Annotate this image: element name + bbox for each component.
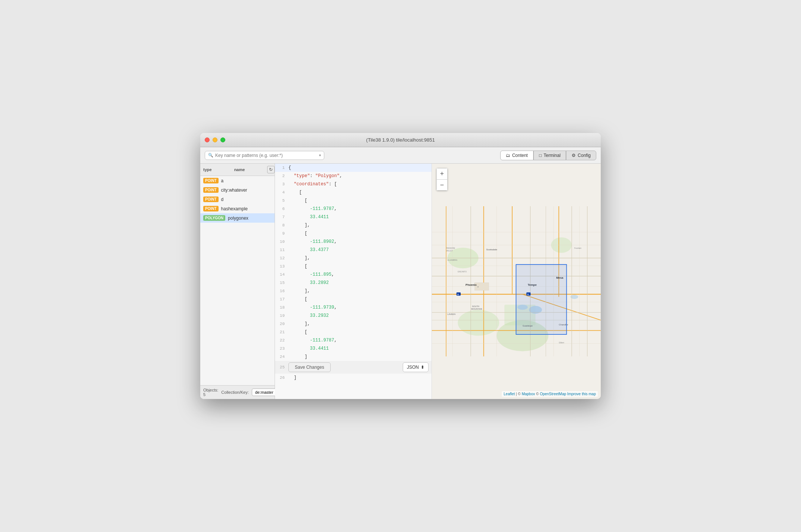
- code-editor: 1 { 2 "type": "Polygon", 3: [275, 164, 432, 399]
- line-content: [: [288, 328, 432, 336]
- tab-terminal[interactable]: □ Terminal: [534, 151, 566, 160]
- terminal-tab-icon: □: [539, 153, 542, 158]
- tab-content[interactable]: 🗂 Content: [500, 151, 534, 160]
- code-line: 20 ],: [275, 320, 432, 328]
- type-badge: POINT: [203, 187, 219, 193]
- map-svg: ✈ Phoenix Tempe Mesa Scottsdale Chandler…: [432, 164, 601, 399]
- editor-footer-line: 25 Save Changes JSON ⬍: [275, 361, 432, 374]
- search-input[interactable]: [215, 153, 317, 158]
- code-line: 9 [: [275, 229, 432, 238]
- line-content: 33.4377: [288, 246, 432, 254]
- type-badge: POINT: [203, 178, 219, 183]
- code-line: 12 ],: [275, 254, 432, 262]
- line-content: ]: [288, 353, 432, 361]
- line-number: 15: [275, 279, 288, 287]
- line-number: 10: [275, 238, 288, 246]
- list-item[interactable]: POINT d: [200, 195, 275, 204]
- line-content: 33.2932: [288, 312, 432, 320]
- col-type-label: type: [203, 167, 212, 172]
- sidebar-footer: Objects: 5 Collection/Key: de:master: [200, 385, 275, 399]
- zoom-controls: + −: [436, 168, 448, 191]
- code-line: 10 -111.8902,: [275, 238, 432, 246]
- line-number: 20: [275, 320, 288, 328]
- code-line: 16 ],: [275, 287, 432, 295]
- line-number: 9: [275, 229, 288, 238]
- svg-rect-35: [474, 282, 489, 290]
- line-number: 14: [275, 270, 288, 279]
- code-line: 1 {: [275, 164, 432, 172]
- zoom-in-button[interactable]: +: [436, 168, 448, 179]
- item-name: hashexample: [221, 206, 248, 211]
- code-line: 18 -111.9739,: [275, 303, 432, 312]
- line-number: 11: [275, 246, 288, 254]
- code-line: 15 33.2892: [275, 279, 432, 287]
- code-line: 19 33.2932: [275, 312, 432, 320]
- mapbox-link[interactable]: Mapbox: [522, 392, 535, 396]
- code-line: 2 "type": "Polygon",: [275, 172, 432, 180]
- code-line: 13 [: [275, 262, 432, 270]
- leaflet-link[interactable]: Leaflet: [504, 392, 515, 396]
- improve-map-link[interactable]: Improve this map: [567, 392, 596, 396]
- line-number: 8: [275, 221, 288, 229]
- line-content: ],: [288, 287, 432, 295]
- list-item[interactable]: POLYGON polygonex: [200, 213, 275, 223]
- search-box[interactable]: 🔍 ▾: [205, 151, 324, 160]
- list-item[interactable]: POINT a: [200, 176, 275, 185]
- editor-map-split: 1 { 2 "type": "Polygon", 3: [275, 164, 601, 399]
- line-number: 16: [275, 287, 288, 295]
- line-content: {: [288, 164, 432, 172]
- app-window: (Tile38 1.9.0) tile/localhost:9851 🔍 ▾ 🗂…: [200, 133, 601, 399]
- code-line: 11 33.4377: [275, 246, 432, 254]
- col-name-label: name: [234, 167, 245, 172]
- tab-config[interactable]: ⚙ Config: [566, 151, 596, 160]
- minimize-button[interactable]: [213, 137, 217, 142]
- line-number: 1: [275, 164, 288, 172]
- maximize-button[interactable]: [220, 137, 225, 142]
- close-button[interactable]: [205, 137, 210, 142]
- line-number: 2: [275, 172, 288, 180]
- svg-text:Gilbert: Gilbert: [559, 342, 565, 344]
- refresh-button[interactable]: ↻: [267, 166, 275, 173]
- svg-text:VALLEY: VALLEY: [446, 250, 453, 252]
- traffic-lights: [205, 137, 225, 142]
- svg-text:ALHAMBRA: ALHAMBRA: [448, 259, 458, 261]
- map-area[interactable]: ✈ Phoenix Tempe Mesa Scottsdale Chandler…: [432, 164, 601, 399]
- code-line: 23 33.4411: [275, 344, 432, 353]
- collection-key-label: Collection/Key:: [221, 390, 248, 395]
- svg-text:10: 10: [457, 294, 459, 296]
- openstreetmap-link[interactable]: OpenStreetMap: [540, 392, 566, 396]
- svg-text:ENCANTO: ENCANTO: [458, 271, 467, 273]
- list-item[interactable]: POINT city:whatever: [200, 185, 275, 195]
- code-content[interactable]: 1 { 2 "type": "Polygon", 3: [275, 164, 432, 399]
- line-content: ],: [288, 221, 432, 229]
- line-number: 13: [275, 262, 288, 270]
- svg-text:Phoenix: Phoenix: [466, 283, 477, 287]
- line-number: 22: [275, 336, 288, 344]
- line-content: ],: [288, 320, 432, 328]
- svg-rect-56: [516, 265, 566, 334]
- toolbar: 🔍 ▾ 🗂 Content □ Terminal ⚙ Config: [200, 147, 601, 164]
- line-content: 33.2892: [288, 279, 432, 287]
- save-changes-button[interactable]: Save Changes: [288, 362, 331, 372]
- code-line: 22 -111.9787,: [275, 336, 432, 344]
- format-select-button[interactable]: JSON ⬍: [403, 362, 429, 372]
- format-chevron-icon: ⬍: [421, 365, 424, 370]
- line-number: 18: [275, 303, 288, 312]
- line-content: 33.4411: [288, 213, 432, 221]
- list-item[interactable]: POINT hashexample: [200, 204, 275, 213]
- line-content: -111.9787,: [288, 205, 432, 213]
- config-tab-icon: ⚙: [572, 153, 576, 158]
- search-icon: 🔍: [208, 153, 213, 158]
- svg-text:PARADISE: PARADISE: [446, 247, 455, 249]
- line-content: [: [288, 229, 432, 238]
- svg-point-4: [458, 310, 499, 335]
- line-number: 12: [275, 254, 288, 262]
- line-content: -111.9739,: [288, 303, 432, 312]
- window-title: (Tile38 1.9.0) tile/localhost:9851: [366, 137, 435, 143]
- map-attribution: Leaflet | © Mapbox © OpenStreetMap Impro…: [502, 391, 598, 397]
- line-content: [: [288, 188, 432, 197]
- svg-text:Scottsdale: Scottsdale: [486, 248, 498, 251]
- zoom-out-button[interactable]: −: [436, 179, 448, 191]
- line-number: 6: [275, 205, 288, 213]
- line-content: "type": "Polygon",: [288, 172, 432, 180]
